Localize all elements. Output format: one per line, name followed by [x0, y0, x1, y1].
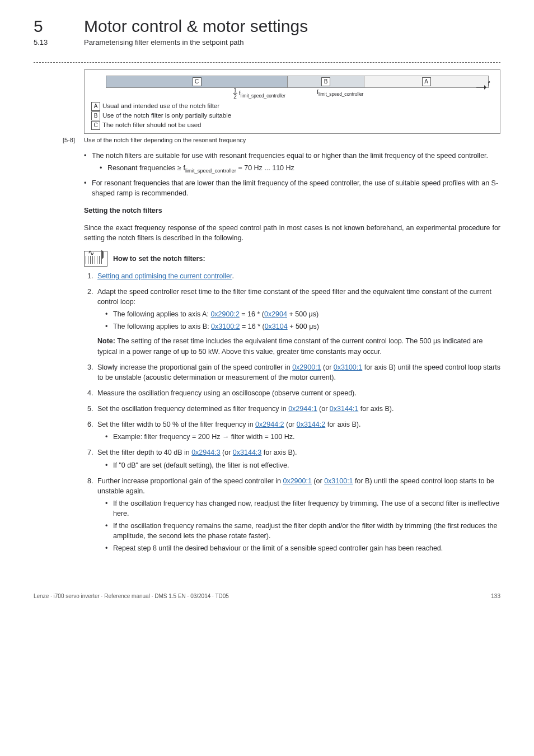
step-2-note: Note: The setting of the reset time incl…	[97, 336, 500, 356]
label-b: B	[321, 77, 330, 86]
label-a: A	[422, 77, 431, 86]
step-6: Set the filter width to 50 % of the filt…	[95, 419, 500, 442]
link-0x2900-2[interactable]: 0x2900:2	[210, 310, 239, 318]
link-current-controller[interactable]: Setting and optimising the current contr…	[97, 272, 232, 280]
link-0x3100-2[interactable]: 0x3100:2	[211, 323, 240, 330]
region-a: A	[364, 76, 489, 88]
axis-label-f: f	[488, 80, 490, 88]
link-0x3104[interactable]: 0x3104	[265, 323, 288, 330]
link-0x2944-1[interactable]: 0x2944:1	[288, 405, 317, 413]
bullet-item: For resonant frequencies that are lower …	[84, 178, 500, 198]
step-8: Further increase proportional gain of th…	[95, 476, 500, 554]
step-8-b2: If the oscillation frequency remains the…	[105, 521, 500, 541]
chapter-number: 5	[34, 17, 62, 36]
region-c: C	[106, 76, 288, 88]
step-1: Setting and optimising the current contr…	[95, 271, 500, 281]
figure-caption: [5-8] Use of the notch filter depending …	[50, 136, 500, 145]
figure-notch-filter-range: C B A f 12 flimit_speed_controller flimi…	[84, 69, 500, 134]
tick-half-limit: 12 flimit_speed_controller	[106, 88, 288, 99]
step-6-example: Example: filter frequency = 200 Hz → fil…	[105, 432, 500, 442]
tick-limit: flimit_speed_controller	[288, 88, 366, 99]
link-0x2944-2[interactable]: 0x2944:2	[255, 421, 284, 428]
figure-legend: AUsual and intended use of the notch fil…	[91, 101, 493, 130]
link-0x3144-1[interactable]: 0x3144:1	[330, 405, 358, 413]
step-8-b1: If the oscillation frequency has changed…	[105, 498, 500, 519]
step-7-note: If "0 dB" are set (default setting), the…	[105, 460, 500, 470]
link-0x3144-2[interactable]: 0x3144:2	[297, 421, 325, 428]
section-number: 5.13	[34, 38, 62, 46]
step-2: Adapt the speed controller reset time to…	[95, 287, 500, 357]
section-title: Parameterising filter elements in the se…	[84, 38, 243, 46]
link-0x3144-3[interactable]: 0x3144:3	[233, 449, 261, 456]
link-0x2900-1[interactable]: 0x2900:1	[292, 363, 321, 371]
intro-paragraph: Since the exact frequency response of th…	[84, 223, 500, 243]
step-5: Set the oscillation frequency determined…	[95, 404, 500, 414]
link-0x2900-1-b[interactable]: 0x2900:1	[283, 477, 311, 485]
step-2b: The following applies to axis B: 0x3100:…	[105, 321, 500, 332]
divider	[34, 62, 500, 63]
label-c: C	[193, 77, 202, 86]
region-b: B	[288, 76, 364, 88]
chapter-title: Motor control & motor settings	[84, 17, 308, 36]
howto-title: How to set the notch filters:	[113, 254, 205, 264]
step-4: Measure the oscillation frequency using …	[95, 388, 500, 398]
bullet-item: The notch filters are suitable for use w…	[84, 151, 500, 175]
step-7: Set the filter depth to 40 dB in 0x2944:…	[95, 447, 500, 470]
procedure-icon: ∿	[84, 251, 107, 267]
step-2a: The following applies to axis A: 0x2900:…	[105, 309, 500, 319]
link-0x3100-1-b[interactable]: 0x3100:1	[324, 477, 353, 485]
heading-setting-notch: Setting the notch filters	[84, 206, 500, 216]
step-8-b3: Repeat step 8 until the desired behaviou…	[105, 543, 500, 553]
link-0x2904[interactable]: 0x2904	[264, 310, 287, 318]
page-number: 133	[491, 593, 500, 599]
footer-left: Lenze · i700 servo inverter · Reference …	[34, 593, 229, 599]
step-3: Slowly increase the proportional gain of…	[95, 362, 500, 382]
bullet-sub-item: Resonant frequencies ≥ flimit_speed_cont…	[100, 163, 500, 175]
link-0x3100-1[interactable]: 0x3100:1	[334, 363, 362, 371]
link-0x2944-3[interactable]: 0x2944:3	[191, 449, 220, 456]
